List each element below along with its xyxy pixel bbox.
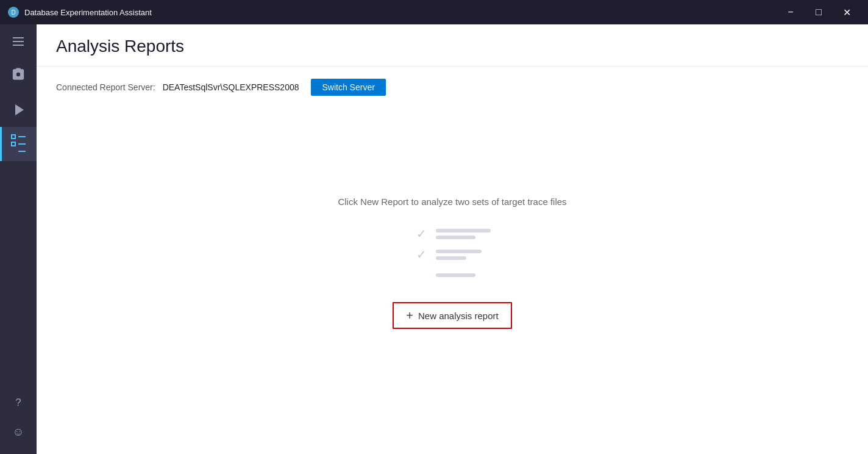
page-header: Analysis Reports <box>37 24 868 67</box>
sidebar-item-help[interactable]: ? <box>0 388 37 417</box>
play-icon <box>15 104 24 115</box>
checklist-row-1: ✓ <box>414 226 491 241</box>
new-analysis-report-button[interactable]: + New analysis report <box>393 302 511 329</box>
window-controls: − □ ✕ <box>777 0 861 24</box>
line-block-1 <box>436 229 491 239</box>
main-content: Analysis Reports Connected Report Server… <box>37 24 868 454</box>
switch-server-button[interactable]: Switch Server <box>311 79 385 96</box>
hamburger-icon <box>13 37 24 46</box>
sidebar-top <box>0 24 37 388</box>
check-icon-1: ✓ <box>414 226 429 241</box>
line-block-3 <box>436 273 475 277</box>
sidebar-item-analysis[interactable] <box>0 127 37 161</box>
checklist-row-3: ✓ <box>414 268 475 283</box>
camera-icon <box>12 68 25 84</box>
close-button[interactable]: ✕ <box>833 0 861 24</box>
app-title: Database Experimentation Assistant <box>24 8 777 17</box>
minimize-button[interactable]: − <box>777 0 805 24</box>
sidebar-item-feedback[interactable]: ☺ <box>0 417 37 447</box>
app-icon: D <box>7 6 20 18</box>
page-title: Analysis Reports <box>56 37 848 56</box>
server-bar: Connected Report Server: DEATestSqlSvr\S… <box>37 67 868 108</box>
server-name: DEATestSqlSvr\SQLEXPRESS2008 <box>163 82 299 92</box>
app-body: ? ☺ Analysis Reports Connected Report Se… <box>0 24 868 454</box>
sidebar-bottom: ? ☺ <box>0 388 37 454</box>
empty-state-hint: Click New Report to analyze two sets of … <box>338 196 566 207</box>
empty-state-illustration: ✓ ✓ ✓ <box>414 226 491 283</box>
sidebar-item-menu[interactable] <box>0 24 37 59</box>
plus-icon: + <box>406 309 413 322</box>
title-bar: D Database Experimentation Assistant − □… <box>0 0 868 24</box>
svg-text:D: D <box>11 9 15 16</box>
line-block-2 <box>436 250 482 260</box>
sidebar-item-capture[interactable] <box>0 59 37 93</box>
checklist-row-2: ✓ <box>414 247 482 262</box>
server-label: Connected Report Server: <box>56 82 155 92</box>
checklist-icon <box>11 134 26 154</box>
empty-state: Click New Report to analyze two sets of … <box>37 108 868 454</box>
maximize-button[interactable]: □ <box>805 0 833 24</box>
new-report-label: New analysis report <box>418 311 499 321</box>
check-icon-2: ✓ <box>414 247 429 262</box>
sidebar-item-replay[interactable] <box>0 93 37 127</box>
sidebar: ? ☺ <box>0 24 37 454</box>
